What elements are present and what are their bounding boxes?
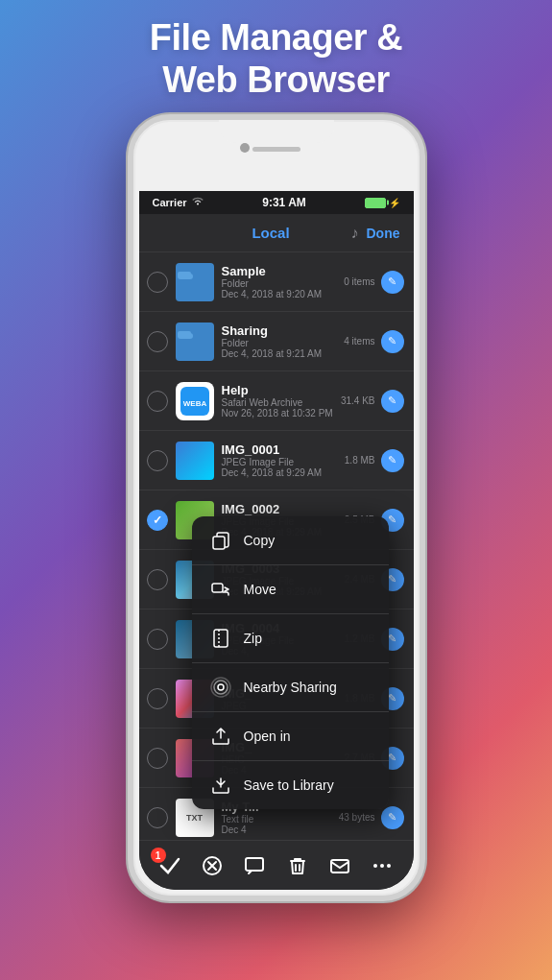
svg-rect-2 [178, 272, 191, 277]
open-icon [207, 723, 234, 750]
svg-rect-12 [214, 630, 228, 647]
pencil-icon: ✎ [388, 811, 396, 824]
context-label: Zip [244, 631, 262, 646]
pencil-icon: ✎ [388, 335, 396, 347]
list-item[interactable]: Sample Folder Dec 4, 2018 at 9:20 AM 0 i… [139, 252, 414, 312]
zip-icon [207, 625, 234, 652]
pencil-icon: ✎ [388, 573, 396, 586]
phone-speaker [252, 147, 300, 152]
file-type: JPEG Image File [222, 457, 339, 467]
svg-rect-18 [331, 860, 348, 872]
list-item[interactable]: IMG_0001 JPEG Image File Dec 4, 2018 at … [139, 431, 414, 490]
file-type: Folder [222, 278, 339, 289]
svg-rect-10 [213, 537, 225, 549]
status-time: 9:31 AM [262, 196, 306, 209]
context-menu-item-move[interactable]: Move [192, 565, 389, 614]
cancel-button[interactable] [193, 847, 231, 885]
copy-icon [207, 527, 234, 554]
context-menu-item-zip[interactable]: Zip [192, 614, 389, 663]
file-checkbox[interactable] [147, 510, 168, 531]
file-name: Sample [222, 264, 339, 278]
file-checkbox[interactable] [147, 569, 168, 590]
email-button[interactable] [321, 847, 359, 885]
file-size: 0 items [344, 276, 374, 287]
context-menu-item-copy[interactable]: Copy [192, 516, 389, 565]
file-name: Help [222, 383, 335, 397]
file-edit-button[interactable]: ✎ [381, 271, 404, 294]
svg-text:WEBA: WEBA [182, 399, 206, 408]
file-info: Sample Folder Dec 4, 2018 at 9:20 AM [222, 264, 339, 299]
pencil-icon: ✎ [388, 514, 396, 526]
list-item[interactable]: WEBA Help Safari Web Archive Nov 26, 201… [139, 371, 414, 431]
save-icon [207, 772, 234, 799]
file-name: Sharing [222, 323, 339, 338]
file-type: Folder [222, 338, 339, 348]
file-checkbox[interactable] [147, 272, 168, 293]
file-info: Help Safari Web Archive Nov 26, 2018 at … [222, 383, 335, 418]
svg-rect-17 [246, 858, 263, 871]
image-thumbnail [176, 442, 214, 480]
context-label: Nearby Sharing [244, 680, 337, 695]
file-edit-button[interactable]: ✎ [381, 390, 404, 413]
svg-point-20 [380, 864, 384, 868]
pencil-icon: ✎ [388, 394, 396, 407]
file-info: Sharing Folder Dec 4, 2018 at 9:21 AM [222, 323, 339, 359]
context-menu-item-nearby-sharing[interactable]: Nearby Sharing [192, 663, 389, 712]
svg-rect-5 [178, 331, 191, 337]
file-edit-button[interactable]: ✎ [381, 449, 404, 472]
file-checkbox[interactable] [147, 629, 168, 650]
context-menu-item-save-to-library[interactable]: Save to Library [192, 761, 389, 809]
file-date: Dec 4, 2018 at 9:20 AM [222, 289, 339, 299]
phone-frame: Carrier 9:31 AM ⚡ [128, 114, 425, 901]
file-type: Safari Web Archive [222, 397, 335, 408]
file-checkbox[interactable] [147, 450, 168, 471]
nav-title: Local [252, 225, 289, 241]
svg-rect-11 [212, 584, 223, 592]
pencil-icon: ✎ [388, 752, 396, 764]
file-type: Text file [222, 814, 333, 825]
move-icon [207, 576, 234, 603]
file-size: 4 items [344, 336, 374, 347]
file-checkbox[interactable] [147, 331, 168, 352]
file-checkbox[interactable] [147, 748, 168, 769]
context-label: Move [244, 582, 276, 597]
list-item[interactable]: Sharing Folder Dec 4, 2018 at 9:21 AM 4 … [139, 312, 414, 371]
context-menu: Copy Move Zip Nearby Sharing Open in [192, 516, 389, 809]
file-checkbox[interactable] [147, 807, 168, 828]
carrier-label: Carrier [153, 197, 187, 208]
file-size: 43 bytes [339, 812, 375, 823]
context-menu-item-open-in[interactable]: Open in [192, 712, 389, 761]
file-edit-button[interactable]: ✎ [381, 806, 404, 829]
lightning-icon: ⚡ [389, 198, 400, 208]
file-date: Dec 4 [222, 825, 333, 835]
wifi-icon [191, 197, 204, 208]
folder-icon [176, 263, 214, 301]
context-label: Open in [244, 729, 291, 744]
pencil-icon: ✎ [388, 692, 396, 705]
app-title: File Manager &Web Browser [150, 17, 402, 101]
message-button[interactable] [235, 847, 274, 885]
more-button[interactable] [363, 847, 401, 885]
pencil-icon: ✎ [388, 633, 396, 645]
nav-bar: Local ♪ Done [139, 214, 414, 252]
file-size: 1.8 MB [345, 455, 375, 466]
file-checkbox[interactable] [147, 391, 168, 412]
trash-button[interactable] [278, 847, 317, 885]
bottom-bar: 1 [139, 840, 414, 890]
file-date: Dec 4, 2018 at 9:29 AM [222, 467, 339, 478]
status-right: ⚡ [365, 198, 400, 208]
done-button[interactable]: Done [367, 226, 400, 241]
pencil-icon: ✎ [388, 275, 396, 288]
music-icon[interactable]: ♪ [351, 225, 359, 242]
file-date: Nov 26, 2018 at 10:32 PM [222, 408, 335, 418]
file-info: IMG_0001 JPEG Image File Dec 4, 2018 at … [222, 442, 339, 478]
file-edit-button[interactable]: ✎ [381, 330, 404, 353]
nearby-icon [207, 674, 234, 701]
file-name: IMG_0002 [222, 502, 339, 516]
badge: 1 [151, 848, 166, 863]
status-left: Carrier [153, 197, 204, 208]
context-label: Copy [244, 533, 276, 548]
file-checkbox[interactable] [147, 688, 168, 709]
svg-point-14 [214, 681, 228, 694]
svg-point-21 [387, 864, 391, 868]
